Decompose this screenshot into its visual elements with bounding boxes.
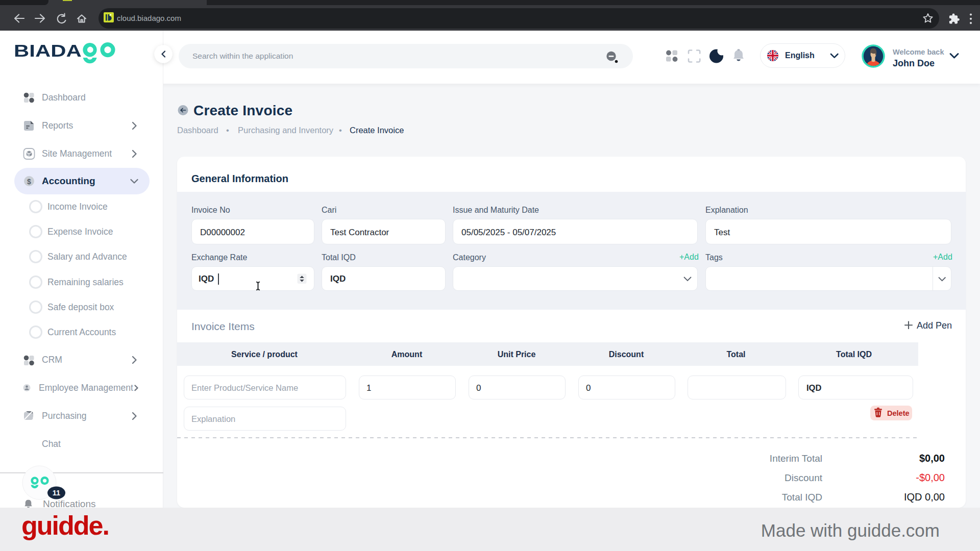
svg-text:11: 11 xyxy=(53,489,60,497)
